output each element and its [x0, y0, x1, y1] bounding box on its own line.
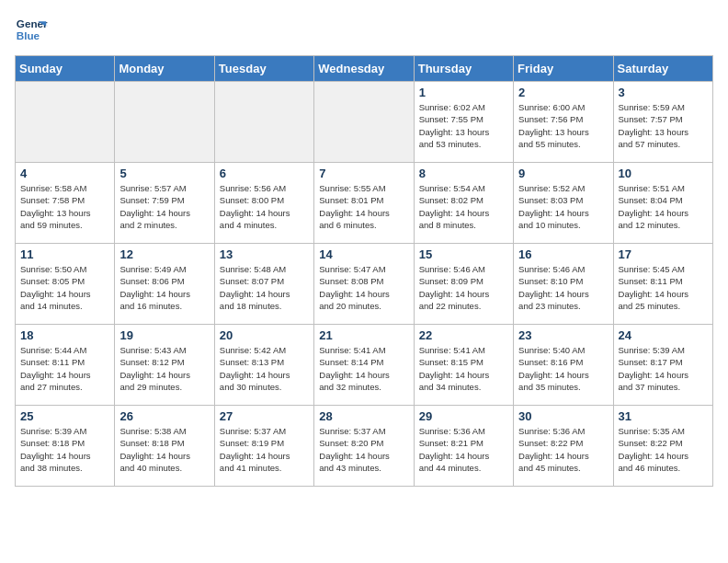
svg-text:Blue: Blue [17, 29, 40, 41]
day-info: Sunrise: 5:37 AM Sunset: 8:19 PM Dayligh… [220, 425, 309, 474]
day-number: 21 [319, 328, 408, 342]
day-info: Sunrise: 5:51 AM Sunset: 8:04 PM Dayligh… [619, 182, 708, 231]
day-info: Sunrise: 5:44 AM Sunset: 8:11 PM Dayligh… [20, 344, 109, 393]
day-info: Sunrise: 5:59 AM Sunset: 7:57 PM Dayligh… [619, 101, 708, 150]
calendar-cell: 6Sunrise: 5:56 AM Sunset: 8:00 PM Daylig… [214, 163, 313, 244]
calendar-body: 1Sunrise: 6:02 AM Sunset: 7:55 PM Daylig… [16, 82, 713, 487]
day-number: 16 [518, 247, 608, 261]
calendar-cell: 27Sunrise: 5:37 AM Sunset: 8:19 PM Dayli… [214, 406, 313, 487]
column-header-sunday: Sunday [16, 56, 115, 82]
calendar-cell [16, 82, 115, 163]
day-info: Sunrise: 5:36 AM Sunset: 8:22 PM Dayligh… [518, 425, 608, 474]
day-number: 1 [419, 86, 508, 99]
day-number: 5 [119, 167, 209, 180]
calendar-cell: 20Sunrise: 5:42 AM Sunset: 8:13 PM Dayli… [214, 325, 313, 406]
calendar-cell: 5Sunrise: 5:57 AM Sunset: 7:59 PM Daylig… [115, 163, 214, 244]
calendar-cell: 24Sunrise: 5:39 AM Sunset: 8:17 PM Dayli… [613, 325, 712, 406]
day-number: 9 [518, 167, 608, 180]
calendar-cell [314, 82, 414, 163]
day-number: 2 [518, 86, 608, 99]
calendar-table: SundayMondayTuesdayWednesdayThursdayFrid… [15, 55, 713, 487]
day-number: 6 [220, 167, 309, 180]
calendar-cell: 14Sunrise: 5:47 AM Sunset: 8:08 PM Dayli… [314, 244, 414, 325]
calendar-cell: 25Sunrise: 5:39 AM Sunset: 8:18 PM Dayli… [16, 406, 115, 487]
calendar-cell: 7Sunrise: 5:55 AM Sunset: 8:01 PM Daylig… [314, 163, 414, 244]
day-info: Sunrise: 5:45 AM Sunset: 8:11 PM Dayligh… [619, 263, 708, 312]
column-header-monday: Monday [115, 56, 214, 82]
day-info: Sunrise: 5:38 AM Sunset: 8:18 PM Dayligh… [119, 425, 209, 474]
day-number: 26 [119, 409, 209, 423]
day-number: 12 [119, 247, 209, 261]
calendar-cell: 1Sunrise: 6:02 AM Sunset: 7:55 PM Daylig… [414, 82, 513, 163]
logo: General Blue [15, 15, 48, 48]
day-number: 27 [220, 409, 309, 423]
day-number: 8 [419, 167, 508, 180]
week-row-1: 1Sunrise: 6:02 AM Sunset: 7:55 PM Daylig… [16, 82, 713, 163]
day-number: 23 [518, 328, 608, 342]
day-info: Sunrise: 5:55 AM Sunset: 8:01 PM Dayligh… [319, 182, 408, 231]
day-number: 17 [619, 247, 708, 261]
day-info: Sunrise: 5:43 AM Sunset: 8:12 PM Dayligh… [119, 344, 209, 393]
calendar-cell: 16Sunrise: 5:46 AM Sunset: 8:10 PM Dayli… [514, 244, 613, 325]
column-header-tuesday: Tuesday [214, 56, 313, 82]
column-header-wednesday: Wednesday [314, 56, 414, 82]
calendar-cell: 2Sunrise: 6:00 AM Sunset: 7:56 PM Daylig… [514, 82, 613, 163]
day-number: 25 [20, 409, 109, 423]
day-info: Sunrise: 5:37 AM Sunset: 8:20 PM Dayligh… [319, 425, 408, 474]
day-number: 11 [20, 247, 109, 261]
day-number: 15 [419, 247, 508, 261]
column-header-saturday: Saturday [613, 56, 712, 82]
calendar-cell: 29Sunrise: 5:36 AM Sunset: 8:21 PM Dayli… [414, 406, 513, 487]
day-number: 20 [220, 328, 309, 342]
day-info: Sunrise: 5:47 AM Sunset: 8:08 PM Dayligh… [319, 263, 408, 312]
day-info: Sunrise: 5:39 AM Sunset: 8:18 PM Dayligh… [20, 425, 109, 474]
day-info: Sunrise: 5:41 AM Sunset: 8:15 PM Dayligh… [419, 344, 508, 393]
calendar-cell: 10Sunrise: 5:51 AM Sunset: 8:04 PM Dayli… [613, 163, 712, 244]
day-number: 30 [518, 409, 608, 423]
calendar-cell: 17Sunrise: 5:45 AM Sunset: 8:11 PM Dayli… [613, 244, 712, 325]
day-info: Sunrise: 5:57 AM Sunset: 7:59 PM Dayligh… [119, 182, 209, 231]
day-number: 7 [319, 167, 408, 180]
day-number: 13 [220, 247, 309, 261]
column-header-thursday: Thursday [414, 56, 513, 82]
day-info: Sunrise: 5:58 AM Sunset: 7:58 PM Dayligh… [20, 182, 109, 231]
calendar-cell: 12Sunrise: 5:49 AM Sunset: 8:06 PM Dayli… [115, 244, 214, 325]
calendar-cell: 23Sunrise: 5:40 AM Sunset: 8:16 PM Dayli… [514, 325, 613, 406]
day-info: Sunrise: 5:54 AM Sunset: 8:02 PM Dayligh… [419, 182, 508, 231]
day-number: 18 [20, 328, 109, 342]
calendar-cell: 19Sunrise: 5:43 AM Sunset: 8:12 PM Dayli… [115, 325, 214, 406]
column-header-friday: Friday [514, 56, 613, 82]
calendar-cell: 31Sunrise: 5:35 AM Sunset: 8:22 PM Dayli… [613, 406, 712, 487]
day-info: Sunrise: 5:46 AM Sunset: 8:09 PM Dayligh… [419, 263, 508, 312]
day-info: Sunrise: 5:39 AM Sunset: 8:17 PM Dayligh… [619, 344, 708, 393]
calendar-cell: 26Sunrise: 5:38 AM Sunset: 8:18 PM Dayli… [115, 406, 214, 487]
calendar-cell: 21Sunrise: 5:41 AM Sunset: 8:14 PM Dayli… [314, 325, 414, 406]
day-info: Sunrise: 5:50 AM Sunset: 8:05 PM Dayligh… [20, 263, 109, 312]
day-info: Sunrise: 5:41 AM Sunset: 8:14 PM Dayligh… [319, 344, 408, 393]
day-number: 19 [119, 328, 209, 342]
day-info: Sunrise: 5:46 AM Sunset: 8:10 PM Dayligh… [518, 263, 608, 312]
day-number: 4 [20, 167, 109, 180]
day-number: 3 [619, 86, 708, 99]
calendar-header-row: SundayMondayTuesdayWednesdayThursdayFrid… [16, 56, 713, 82]
week-row-5: 25Sunrise: 5:39 AM Sunset: 8:18 PM Dayli… [16, 406, 713, 487]
page-header: General Blue [15, 15, 713, 48]
day-number: 29 [419, 409, 508, 423]
day-number: 22 [419, 328, 508, 342]
day-info: Sunrise: 5:36 AM Sunset: 8:21 PM Dayligh… [419, 425, 508, 474]
day-number: 28 [319, 409, 408, 423]
day-info: Sunrise: 6:02 AM Sunset: 7:55 PM Dayligh… [419, 101, 508, 150]
week-row-4: 18Sunrise: 5:44 AM Sunset: 8:11 PM Dayli… [16, 325, 713, 406]
calendar-cell [115, 82, 214, 163]
day-info: Sunrise: 5:42 AM Sunset: 8:13 PM Dayligh… [220, 344, 309, 393]
calendar-cell: 9Sunrise: 5:52 AM Sunset: 8:03 PM Daylig… [514, 163, 613, 244]
day-number: 24 [619, 328, 708, 342]
week-row-3: 11Sunrise: 5:50 AM Sunset: 8:05 PM Dayli… [16, 244, 713, 325]
day-info: Sunrise: 6:00 AM Sunset: 7:56 PM Dayligh… [518, 101, 608, 150]
day-number: 14 [319, 247, 408, 261]
calendar-cell: 15Sunrise: 5:46 AM Sunset: 8:09 PM Dayli… [414, 244, 513, 325]
calendar-cell: 4Sunrise: 5:58 AM Sunset: 7:58 PM Daylig… [16, 163, 115, 244]
calendar-cell: 11Sunrise: 5:50 AM Sunset: 8:05 PM Dayli… [16, 244, 115, 325]
day-info: Sunrise: 5:35 AM Sunset: 8:22 PM Dayligh… [619, 425, 708, 474]
week-row-2: 4Sunrise: 5:58 AM Sunset: 7:58 PM Daylig… [16, 163, 713, 244]
